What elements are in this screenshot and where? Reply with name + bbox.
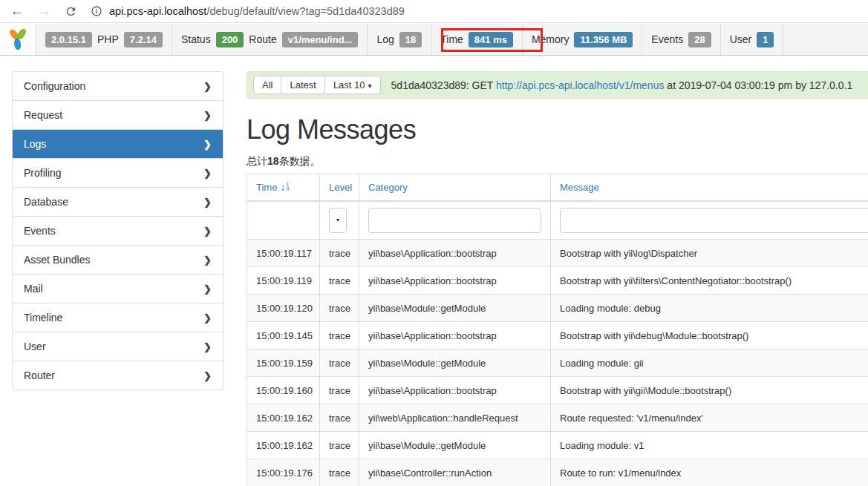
sidebar-item-asset-bundles[interactable]: Asset Bundles ❯ [13, 245, 223, 274]
php-version-badge: 7.2.14 [124, 32, 163, 47]
chevron-right-icon: ❯ [203, 341, 212, 352]
log-message: Bootstrap with yii\filters\ContentNegoti… [551, 267, 868, 295]
log-message: Bootstrap with yii\log\Dispatcher [551, 240, 868, 267]
sidebar-item-label: Profiling [24, 167, 62, 179]
message-filter-cell [551, 201, 868, 240]
log-category: yii\base\Controller::runAction [359, 459, 551, 486]
sidebar-item-timeline[interactable]: Timeline ❯ [13, 303, 223, 332]
last10-label: Last 10 [333, 79, 365, 91]
log-category: yii\base\Module::getModule [359, 432, 551, 459]
browser-window: ← → api.pcs-api.localhost/debug/default/… [0, 0, 868, 486]
toolbar-log[interactable]: Log 18 [368, 24, 431, 55]
sidebar-item-label: Configuration [24, 80, 85, 92]
chevron-right-icon: ❯ [203, 226, 212, 237]
request-tag-bar: All Latest Last 10▾ 5d1da40323d89: GET h… [247, 71, 868, 99]
table-filter-row: ▾ [247, 201, 868, 240]
log-category: yii\base\Application::bootstrap [359, 322, 551, 349]
message-filter-input[interactable] [560, 208, 868, 233]
toolbar-events[interactable]: Events 28 [642, 24, 720, 55]
level-header-label: Level [329, 182, 352, 193]
log-message: Route requested: 'v1/menu/index' [551, 404, 868, 432]
toolbar-versions[interactable]: 2.0.15.1 PHP 7.2.14 [36, 24, 172, 55]
last10-dropdown-button[interactable]: Last 10▾ [324, 76, 381, 94]
log-level: trace [320, 459, 359, 486]
sidebar-item-label: Request [24, 109, 62, 121]
all-button[interactable]: All [253, 76, 281, 94]
log-category: yii\base\Application::bootstrap [359, 240, 551, 267]
column-header-time[interactable]: Time↓19 [247, 174, 320, 201]
sidebar-item-user[interactable]: User ❯ [13, 332, 223, 361]
chevron-right-icon: ❯ [203, 283, 212, 295]
sidebar-item-request[interactable]: Request ❯ [13, 100, 223, 129]
log-category: yii\base\Module::getModule [359, 349, 551, 377]
log-row: 15:00:19.159 trace yii\base\Module::getM… [247, 349, 868, 377]
sidebar-item-label: Mail [24, 283, 43, 295]
address-bar[interactable]: api.pcs-api.localhost/debug/default/view… [91, 5, 405, 17]
latest-button[interactable]: Latest [281, 76, 324, 94]
user-count-badge: 1 [757, 32, 774, 47]
request-tag: 5d1da40323d89: GET [391, 79, 496, 91]
log-message: Loading module: gii [551, 349, 868, 377]
log-level: trace [320, 267, 359, 295]
forward-icon[interactable]: → [36, 3, 52, 19]
toolbar-memory[interactable]: Memory 11.356 MB [523, 24, 642, 55]
sidebar-item-label: Asset Bundles [24, 254, 91, 266]
memory-label: Memory [532, 33, 570, 45]
toolbar-time[interactable]: Time 841 ms [431, 24, 523, 55]
column-header-level[interactable]: Level [320, 174, 359, 201]
events-count-badge: 28 [688, 32, 711, 47]
yii-version-badge: 2.0.15.1 [45, 32, 92, 47]
log-time: 15:00:19.145 [247, 322, 320, 349]
events-label: Events [651, 33, 683, 45]
log-label: Log [376, 33, 394, 45]
debug-page: Configuration ❯ Request ❯ Logs ❯ Profili… [0, 56, 868, 486]
chevron-right-icon: ❯ [203, 81, 212, 92]
sidebar-item-label: Database [24, 196, 68, 208]
select-caret-icon: ▾ [336, 217, 339, 223]
back-icon[interactable]: ← [9, 3, 25, 19]
time-label: Time [440, 33, 463, 45]
category-filter-cell [359, 201, 551, 240]
log-level: trace [320, 432, 359, 459]
log-level: trace [320, 377, 359, 404]
sidebar-item-database[interactable]: Database ❯ [13, 187, 223, 216]
sidebar-item-label: Logs [24, 138, 46, 150]
level-filter-select[interactable]: ▾ [329, 208, 347, 233]
status-label: Status [181, 33, 211, 45]
log-row: 15:00:19.117 trace yii\base\Application:… [247, 240, 868, 267]
reload-icon[interactable] [62, 3, 79, 19]
sidebar-item-mail[interactable]: Mail ❯ [13, 274, 223, 303]
yii-logo-icon [6, 27, 30, 51]
sidebar-item-events[interactable]: Events ❯ [13, 216, 223, 245]
log-level: trace [320, 349, 359, 377]
category-header-label: Category [368, 182, 408, 193]
page-info-icon[interactable] [91, 5, 102, 17]
log-row: 15:00:19.162 trace yii\web\Application::… [247, 404, 868, 432]
route-label: Route [249, 33, 276, 45]
debug-sidebar: Configuration ❯ Request ❯ Logs ❯ Profili… [12, 71, 223, 390]
log-row: 15:00:19.176 trace yii\base\Controller::… [247, 459, 868, 486]
request-time-ip: at 2019-07-04 03:00:19 pm by 127.0.0.1 [664, 79, 852, 91]
sidebar-item-label: Events [24, 225, 56, 237]
log-message: Route to run: v1/menu/index [551, 459, 868, 486]
user-label: User [730, 33, 752, 45]
sidebar-item-logs[interactable]: Logs ❯ [13, 129, 223, 158]
toolbar-user[interactable]: User 1 [721, 24, 784, 55]
column-header-message[interactable]: Message [551, 174, 868, 201]
log-category: yii\base\Module::getModule [359, 295, 551, 322]
log-time: 15:00:19.176 [247, 459, 320, 486]
level-filter-cell: ▾ [320, 201, 359, 240]
category-filter-input[interactable] [368, 208, 541, 233]
toolbar-request[interactable]: Status 200 Route v1/menu/ind... [172, 24, 368, 55]
sidebar-item-router[interactable]: Router ❯ [13, 361, 223, 390]
column-header-category[interactable]: Category [359, 174, 551, 201]
yii-logo[interactable] [0, 24, 36, 55]
time-header-label: Time [256, 182, 277, 193]
status-badge: 200 [216, 32, 244, 47]
sidebar-item-configuration[interactable]: Configuration ❯ [13, 72, 223, 100]
sidebar-item-profiling[interactable]: Profiling ❯ [13, 158, 223, 187]
request-summary: 5d1da40323d89: GET http://api.pcs-api.lo… [391, 79, 853, 91]
browser-chrome: ← → api.pcs-api.localhost/debug/default/… [0, 0, 868, 23]
log-time: 15:00:19.120 [247, 295, 320, 322]
request-url-link[interactable]: http://api.pcs-api.localhost/v1/menus [496, 79, 664, 91]
